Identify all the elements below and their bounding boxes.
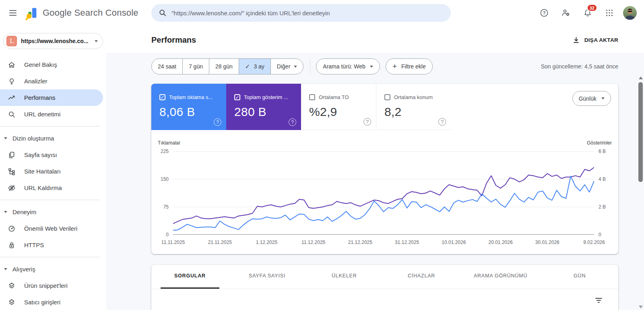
x-axis-tick: 9.02.2026 (583, 240, 605, 245)
help-icon[interactable]: ? (438, 118, 446, 126)
sidebar-section-experience[interactable]: Deneyim (0, 204, 106, 220)
metric-tile-total-impressions[interactable]: ✓ Toplam gösterim ... 280 B ? (226, 84, 301, 130)
range-24h-button[interactable]: 24 saat (152, 59, 183, 74)
date-range-segmented-control: 24 saat 7 gün 28 gün ✓ 3 ay Diğer (151, 58, 303, 74)
top-app-bar: Google Search Console ? (0, 0, 644, 26)
inspect-url-searchbox[interactable] (151, 4, 451, 22)
x-axis-tick: 11.11.2025 (161, 240, 185, 245)
sidebar-item-label: Site Haritaları (24, 168, 61, 175)
scroll-up-arrow-icon[interactable] (639, 76, 643, 79)
table-filter-icon[interactable] (595, 298, 602, 303)
line-chart[interactable]: 225 150 75 0 6 B (151, 151, 618, 235)
metric-tile-average-position[interactable]: Ortalama konum 8,2 ? (376, 84, 451, 130)
tab-search-appearance[interactable]: ARAMA GÖRÜNÜMÜ (460, 265, 541, 289)
range-more-button[interactable]: Diğer (271, 59, 303, 74)
metric-tile-average-ctr[interactable]: Ortalama TO %2,9 ? (301, 84, 376, 130)
sidebar-item-insights[interactable]: Analizler (0, 73, 103, 89)
x-axis-tick: 30.01.2026 (535, 240, 559, 245)
checkbox-checked-icon[interactable]: ✓ (159, 94, 165, 100)
sidebar-item-label: Önemli Web Verileri (24, 225, 77, 232)
range-28d-button[interactable]: 28 gün (209, 59, 239, 74)
help-icon[interactable]: ? (363, 118, 371, 126)
series-line-impressions (173, 167, 594, 224)
sidebar-item-label: Performans (24, 94, 56, 101)
sidebar-divider (0, 200, 100, 200)
sidebar-item-pages[interactable]: Sayfa sayısı (0, 147, 103, 163)
tab-devices[interactable]: CİHAZLAR (383, 265, 460, 289)
y-axis-tick: 2 B (599, 204, 606, 210)
sidebar-item-overview[interactable]: Genel Bakış (0, 56, 103, 73)
dimension-tabs: SORGULAR SAYFA SAYISI ÜLKELER CİHAZLAR A… (151, 265, 618, 289)
menu-icon[interactable] (4, 4, 22, 22)
search-type-filter[interactable]: Arama türü: Web (316, 58, 380, 74)
section-expand-icon (4, 137, 7, 139)
x-axis-tick: 11.12.2025 (301, 240, 325, 245)
sidebar-item-performance[interactable]: Performans (0, 89, 103, 106)
notifications-button[interactable]: 32 (580, 5, 596, 21)
sidebar-item-core-web-vitals[interactable]: Önemli Web Verileri (0, 220, 103, 237)
metric-tile-total-clicks[interactable]: ✓ Toplam tıklama s... 8,06 B ? (151, 84, 226, 130)
granularity-label: Günlük (579, 95, 597, 102)
granularity-dropdown[interactable]: Günlük (572, 91, 611, 106)
export-label: DIŞA AKTAR (584, 37, 618, 43)
sidebar-item-https[interactable]: HTTPS (0, 237, 103, 253)
checkbox-checked-icon[interactable]: ✓ (234, 94, 240, 100)
range-7d-button[interactable]: 7 gün (183, 59, 209, 74)
export-button[interactable]: DIŞA AKTAR (572, 36, 618, 44)
user-settings-icon (561, 8, 571, 18)
sidebar-item-url-inspection[interactable]: URL denetimi (0, 106, 103, 122)
apps-grid-icon (605, 8, 614, 17)
property-selector[interactable]: L https://www.lenoshe.co... (3, 33, 103, 49)
sidebar-item-label: URL denetimi (24, 111, 60, 118)
search-type-label: Arama türü: Web (323, 63, 365, 70)
user-settings-button[interactable] (558, 5, 574, 21)
eye-off-icon (8, 184, 16, 192)
vertical-scrollbar[interactable] (638, 75, 644, 310)
scrollbar-thumb[interactable] (638, 82, 643, 182)
range-3m-button[interactable]: ✓ 3 ay (239, 59, 271, 74)
scroll-down-arrow-icon[interactable] (639, 306, 643, 308)
tab-dates[interactable]: GÜN (541, 265, 618, 289)
sidebar-item-sitemaps[interactable]: Site Haritaları (0, 163, 103, 180)
dimensions-table-panel: SORGULAR SAYFA SAYISI ÜLKELER CİHAZLAR A… (151, 265, 618, 310)
metric-value: 280 B (234, 105, 295, 119)
metric-label: Ortalama konum (394, 94, 433, 100)
help-icon[interactable]: ? (289, 118, 296, 126)
metric-value: 8,2 (384, 105, 444, 119)
add-filter-button[interactable]: + Filtre ekle (386, 58, 433, 74)
y-axis-tick: 225 (161, 149, 169, 154)
tab-queries[interactable]: SORGULAR (151, 265, 229, 289)
sidebar-item-removals[interactable]: URL Kaldırma (0, 180, 103, 196)
y-axis-tick: 150 (161, 176, 169, 182)
tab-pages[interactable]: SAYFA SAYISI (229, 265, 306, 289)
metric-label: Ortalama TO (319, 94, 349, 100)
performance-chart-panel: ✓ Toplam tıklama s... 8,06 B ? ✓ Toplam … (151, 84, 618, 254)
y-axis-tick: 0 (599, 232, 601, 238)
search-input[interactable] (171, 10, 444, 17)
lightbulb-icon (8, 77, 16, 85)
sidebar-section-indexing[interactable]: Dizin oluşturma (0, 130, 106, 147)
add-filter-label: Filtre ekle (401, 63, 426, 70)
chart-plot-area[interactable] (173, 151, 594, 235)
help-button[interactable]: ? (536, 5, 552, 21)
sidebar-item-label: Ürün snippet'leri (24, 282, 68, 289)
range-label: 7 gün (189, 63, 203, 70)
x-axis-tick: 21.11.2025 (208, 240, 232, 245)
tab-countries[interactable]: ÜLKELER (305, 265, 383, 289)
page-title: Performans (151, 35, 196, 45)
sidebar-item-merchant-listings[interactable]: Satıcı girişleri (0, 294, 103, 310)
speedometer-icon (8, 225, 16, 233)
sidebar-item-product-snippets[interactable]: Ürün snippet'leri (0, 277, 103, 294)
property-url: https://www.lenoshe.co... (21, 38, 91, 44)
home-icon (8, 61, 16, 69)
checkbox-empty-icon[interactable] (384, 94, 390, 100)
sidebar-section-shopping[interactable]: Alışveriş (0, 261, 106, 277)
account-avatar[interactable] (623, 6, 637, 20)
chevron-down-icon (370, 66, 373, 68)
checkbox-empty-icon[interactable] (309, 94, 315, 100)
help-icon[interactable]: ? (214, 118, 221, 126)
metric-value: %2,9 (309, 105, 369, 119)
y-axis-tick: 6 B (599, 149, 606, 154)
search-console-logo-icon (24, 5, 39, 21)
google-apps-button[interactable] (601, 5, 617, 21)
